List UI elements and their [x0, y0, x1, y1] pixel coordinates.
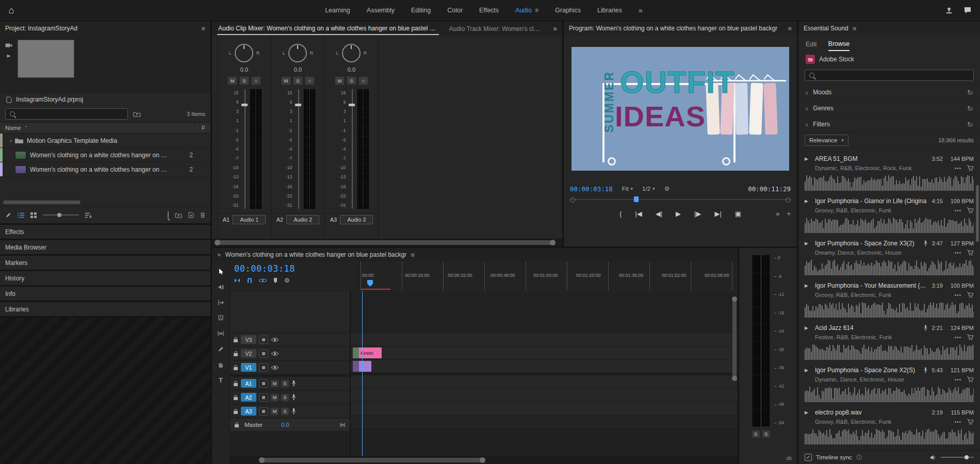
zoom-slider[interactable]	[43, 214, 79, 216]
libraries-panel-tab[interactable]: Libraries	[0, 302, 210, 316]
panel-menu-icon[interactable]: ≡	[201, 25, 205, 32]
timeline-timecode[interactable]: 00:00:03:18	[234, 263, 354, 274]
new-item-icon[interactable]	[188, 212, 194, 218]
accordion-filters[interactable]: › Filters ↻	[798, 116, 980, 132]
sync-lock-icon[interactable]	[259, 363, 268, 372]
track-visibility-eye-icon[interactable]	[271, 365, 279, 370]
track-target-a1[interactable]: A1	[241, 379, 256, 388]
track-header-a3[interactable]: A3 M S	[230, 405, 350, 419]
project-file-row[interactable]: InstagramStoryAd.prproj	[0, 93, 210, 106]
type-tool[interactable]: T	[215, 375, 226, 385]
track-header-v1[interactable]: V1	[230, 361, 350, 375]
essential-sound-scrollbar[interactable]	[976, 185, 979, 242]
history-panel-tab[interactable]: History	[0, 271, 210, 285]
sequence-tab-title[interactable]: Women's clothing on a white clothes hang…	[225, 251, 407, 258]
waveform[interactable]	[805, 429, 974, 444]
track-header-v2[interactable]: V2	[230, 347, 350, 361]
program-scrubber[interactable]	[570, 195, 791, 204]
mark-in-button[interactable]: {	[619, 210, 622, 218]
project-row-bin[interactable]: › Motion Graphics Template Media	[0, 134, 210, 148]
solo-button[interactable]: S	[239, 76, 249, 85]
track-content-a3[interactable]	[351, 402, 738, 416]
track-name-field[interactable]: Audio 1	[233, 215, 266, 224]
program-playhead[interactable]	[634, 196, 639, 202]
waveform[interactable]	[805, 175, 974, 191]
label-color-chip[interactable]	[0, 162, 3, 176]
mute-button[interactable]: M	[271, 380, 279, 387]
track-header-a1[interactable]: A1 M S	[230, 377, 350, 391]
solo-button[interactable]: S	[281, 394, 289, 401]
track-select-tool[interactable]	[215, 282, 226, 292]
license-cart-icon[interactable]	[967, 292, 974, 298]
pan-value[interactable]: 0.0	[348, 67, 355, 75]
panel-menu-icon[interactable]: ≡	[411, 251, 415, 259]
info-panel-tab[interactable]: Info	[0, 287, 210, 301]
horizontal-scrollbar[interactable]	[3, 201, 80, 204]
waveform[interactable]	[805, 260, 974, 275]
voiceover-mic-icon[interactable]	[291, 394, 296, 401]
solo-button[interactable]: S	[281, 408, 289, 415]
track-visibility-eye-icon[interactable]	[271, 351, 279, 356]
find-icon[interactable]	[168, 211, 169, 219]
more-options-button[interactable]: •••	[954, 250, 961, 256]
settings-wrench-icon[interactable]: ⚙	[664, 185, 670, 192]
sort-icon[interactable]	[85, 212, 92, 218]
track-target-v1[interactable]: V1	[241, 363, 256, 372]
track-target-a3[interactable]: A3	[241, 407, 256, 416]
lock-icon[interactable]	[234, 422, 239, 428]
audio-track-item[interactable]: ▶ Igor Pumphonia - Space Zone X2(S) 5:43…	[798, 360, 980, 402]
waveform[interactable]	[805, 344, 974, 360]
selection-tool[interactable]	[215, 267, 226, 277]
keyframe-toggle-icon[interactable]: ○	[358, 76, 368, 85]
track-header-v3[interactable]: V3	[230, 333, 350, 347]
play-icon[interactable]: ▶	[805, 325, 811, 330]
track-content-a1[interactable]	[351, 375, 738, 389]
solo-button[interactable]: S	[293, 76, 303, 85]
delete-icon[interactable]	[200, 212, 205, 218]
media-browser-panel-tab[interactable]: Media Browser	[0, 240, 210, 254]
ripple-edit-tool[interactable]	[215, 297, 226, 308]
pen-tool[interactable]	[215, 344, 226, 354]
play-icon[interactable]: ▶	[805, 283, 811, 288]
sync-lock-icon[interactable]	[259, 336, 268, 344]
add-marker-icon[interactable]	[273, 277, 278, 284]
sync-lock-icon[interactable]	[259, 379, 268, 388]
solo-button[interactable]: S	[347, 76, 356, 85]
tab-audio-clip-mixer[interactable]: Audio Clip Mixer: Women's clothing on a …	[217, 22, 439, 35]
accordion-moods[interactable]: › Moods ↻	[798, 84, 980, 100]
icon-view-icon[interactable]	[30, 212, 37, 218]
lock-icon[interactable]	[233, 408, 238, 415]
go-to-in-button[interactable]: |◀	[635, 210, 642, 218]
audio-track-item[interactable]: ▶ Igor Pumphonia - Space Zone X3(2) 3:47…	[798, 233, 980, 275]
preview-volume-slider[interactable]	[941, 457, 974, 458]
solo-button[interactable]: S	[281, 380, 289, 387]
add-button-icon[interactable]: +	[787, 210, 791, 218]
reset-filter-icon[interactable]: ↻	[967, 121, 973, 128]
lock-icon[interactable]	[233, 380, 238, 387]
voiceover-mic-icon[interactable]	[291, 408, 296, 415]
volume-fader[interactable]	[349, 89, 355, 209]
timeline-vertical-scrollbar[interactable]	[732, 297, 737, 380]
track-header-a2[interactable]: A2 M S	[230, 391, 350, 405]
workspace-tab-effects[interactable]: Effects	[479, 7, 499, 14]
master-track-header[interactable]: Master 0.0 ⋈	[230, 419, 350, 432]
lock-icon[interactable]	[233, 394, 238, 401]
export-frame-button[interactable]: ▣	[735, 210, 741, 218]
volume-fader[interactable]	[241, 89, 248, 209]
workspace-overflow-button[interactable]: »	[639, 6, 643, 14]
track-visibility-eye-icon[interactable]	[271, 337, 279, 342]
markers-panel-tab[interactable]: Markers	[0, 256, 210, 270]
tab-browse[interactable]: Browse	[828, 37, 850, 51]
pan-value[interactable]: 0.0	[294, 67, 302, 75]
more-options-button[interactable]: •••	[954, 208, 961, 213]
workspace-tab-graphics[interactable]: Graphics	[555, 7, 581, 14]
playback-resolution-dropdown[interactable]: 1/2▾	[642, 186, 655, 192]
sync-lock-icon[interactable]	[259, 393, 268, 402]
keyframe-toggle-icon[interactable]: ○	[251, 76, 261, 85]
track-target-v2[interactable]: V2	[241, 349, 256, 358]
tab-edit[interactable]: Edit	[806, 38, 817, 51]
audio-track-item[interactable]: ▶ Igor Pumphonia - Your Measurement (O..…	[798, 275, 980, 318]
razor-tool[interactable]	[215, 313, 226, 323]
list-view-icon[interactable]	[18, 212, 24, 218]
pan-value[interactable]: 0.0	[240, 67, 248, 75]
